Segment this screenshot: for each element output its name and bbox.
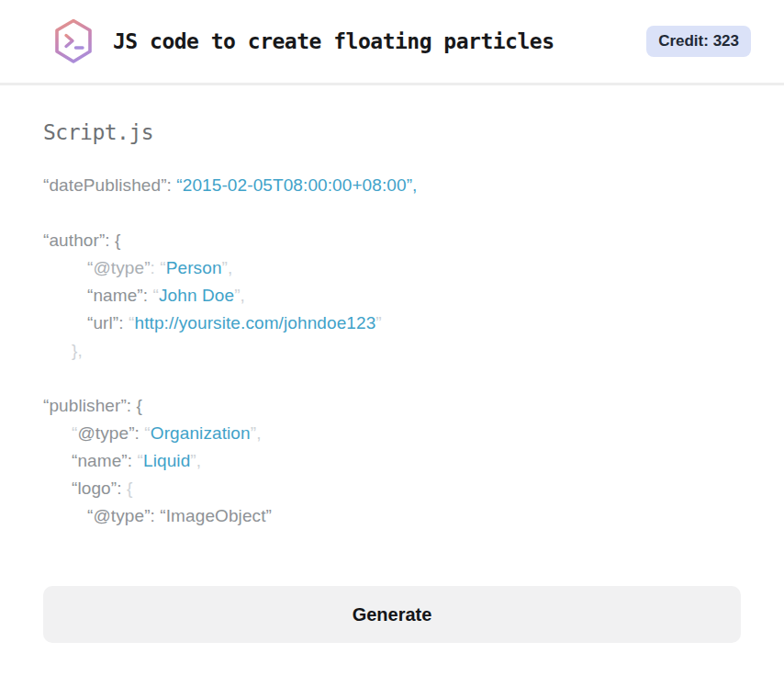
code-segment: “name”:: [72, 451, 138, 470]
code-segment: “@type”: “ImageObject”: [87, 506, 272, 525]
code-segment: “datePublished”:: [43, 175, 176, 195]
code-line: “author”: {: [43, 227, 741, 254]
code-line: “@type”: “ImageObject”: [43, 502, 741, 530]
code-segment: ”,: [234, 286, 245, 305]
code-line: “url”: “http://yoursite.com/johndoe123”: [43, 310, 741, 337]
terminal-prompt-icon: [51, 17, 95, 65]
code-segment: Organization: [151, 423, 251, 443]
code-segment: “publisher”: {: [43, 396, 142, 415]
main-content: Script.js “datePublished”: “2015-02-05T0…: [0, 120, 784, 643]
generate-button[interactable]: Generate: [43, 586, 741, 643]
code-segment: “2015-02-05T08:00:00+08:00”,: [176, 175, 417, 195]
page-title: JS code to create floating particles: [113, 29, 646, 53]
code-line: “@type”: “Person”,: [43, 254, 741, 282]
code-segment: “author”: {: [43, 231, 121, 250]
code-segment: {: [127, 479, 132, 498]
code-block: “datePublished”: “2015-02-05T08:00:00+08…: [43, 172, 741, 530]
code-segment: ”: [375, 313, 381, 332]
code-segment: “@type”: [87, 258, 151, 277]
code-segment: ”,: [190, 451, 201, 470]
code-segment: : “: [151, 258, 166, 277]
code-line: “publisher”: {: [43, 392, 741, 420]
code-segment: Person: [166, 258, 222, 277]
code-segment: ”,: [222, 258, 233, 277]
code-line: },: [43, 337, 741, 365]
code-segment: “logo”:: [72, 479, 127, 498]
code-line: “logo”: {: [43, 475, 741, 502]
file-title: Script.js: [43, 120, 741, 144]
header: JS code to create floating particles Cre…: [0, 0, 784, 85]
code-line: “name”: “Liquid”,: [43, 447, 741, 475]
code-segment: },: [72, 341, 83, 360]
code-line: “name”: “John Doe”,: [43, 282, 741, 310]
code-segment: John Doe: [159, 286, 234, 305]
code-segment: ”,: [251, 423, 262, 443]
code-segment: “url”:: [87, 313, 129, 332]
code-segment: “name”:: [87, 286, 153, 305]
code-segment: @type”:: [77, 423, 144, 443]
code-segment: http://yoursite.com/johndoe123: [134, 313, 375, 332]
code-line: “@type”: “Organization”,: [43, 420, 741, 447]
app-logo: [46, 14, 101, 69]
credit-badge: Credit: 323: [646, 26, 751, 57]
code-segment: Liquid: [143, 451, 190, 470]
code-line: “datePublished”: “2015-02-05T08:00:00+08…: [43, 172, 741, 199]
